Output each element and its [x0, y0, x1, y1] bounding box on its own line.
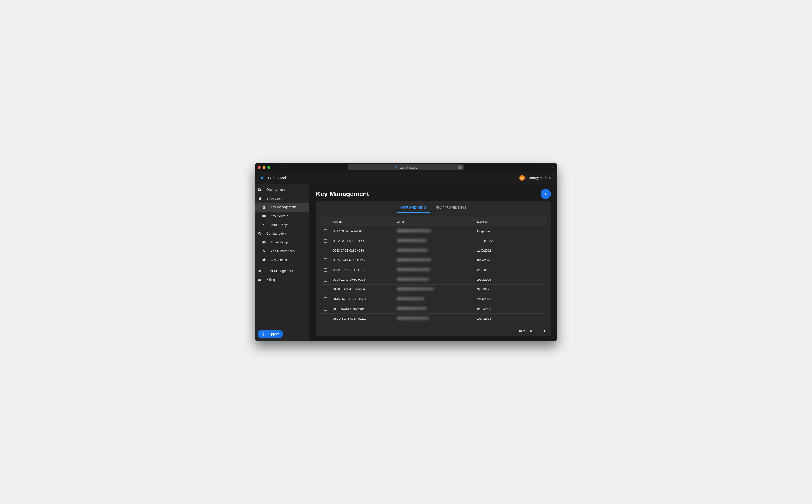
cell-key-id: 0022 B681 59C9 7666	[332, 239, 397, 243]
cell-expires: 11/24/2022	[477, 239, 546, 243]
window-zoom-button[interactable]	[267, 166, 270, 169]
cell-expires: 11/6/2022	[477, 249, 546, 252]
table-row[interactable]: 01B2 8C9B 6295 66866/29/2022	[320, 304, 546, 314]
user-name-label: Canary Mail	[528, 176, 546, 180]
avatar-initial: C	[521, 176, 523, 179]
row-checkbox[interactable]	[324, 317, 327, 320]
url-bar[interactable]: canarymail.io •••	[348, 164, 464, 170]
sidebar-item-organization[interactable]: Organization	[255, 185, 309, 194]
sidebar-item-configuration[interactable]: Configuration	[255, 229, 309, 238]
svg-rect-2	[258, 188, 260, 191]
sidebar-item-key-servers[interactable]: Key Servers	[255, 212, 309, 220]
svg-rect-6	[259, 189, 259, 190]
app-header: Canary Mail C Canary Mail	[255, 172, 557, 184]
cell-expires: 1/14/2024	[477, 317, 546, 320]
sidebar-item-label: Billing	[266, 278, 275, 282]
next-page-button[interactable]	[543, 329, 546, 333]
brand: Canary Mail	[260, 175, 287, 180]
svg-point-11	[263, 215, 264, 216]
sidebar-item-master-keys[interactable]: Master Keys	[255, 220, 309, 229]
cell-key-id: 0033 5A6B 9189 4686	[332, 249, 397, 252]
col-expires: Expires	[477, 220, 546, 223]
table-row[interactable]: 0145 D4F8 DB86 0A7C2/11/2023	[320, 294, 546, 304]
reader-icon[interactable]: •••	[458, 166, 462, 169]
chevron-down-icon[interactable]: ⌄	[281, 166, 283, 169]
redacted-email	[397, 317, 429, 320]
table-row[interactable]: 0055 67A9 AE36 D3258/12/2021	[320, 255, 546, 265]
table-row[interactable]: 0022 B681 59C9 766611/24/2022	[320, 236, 546, 246]
row-checkbox[interactable]	[324, 307, 327, 311]
col-email: Email	[397, 220, 477, 223]
traffic-lights	[258, 166, 270, 169]
row-checkbox[interactable]	[324, 278, 327, 282]
lock-icon	[258, 197, 262, 200]
svg-rect-8	[259, 198, 261, 200]
keys-card: APPROVED KEYS UNAPPROVED KEYS Key ID Ema…	[316, 201, 551, 336]
row-checkbox[interactable]	[324, 288, 327, 291]
prev-page-button[interactable]	[537, 329, 539, 333]
sidebar-item-billing[interactable]: Billing	[255, 275, 309, 284]
row-checkbox[interactable]	[324, 239, 327, 243]
svg-rect-26	[258, 279, 262, 281]
table-row[interactable]: 0033 5A6B 9189 468611/6/2022	[320, 246, 546, 255]
table-row[interactable]: 01CD 58A4 A71F 6EE11/14/2024	[320, 314, 546, 323]
table-row[interactable]: 0082 2274 7D0E 41552/6/2023	[320, 265, 546, 275]
browser-chrome: ⌄ ‹ canarymail.io ••• +	[255, 163, 557, 172]
sidebar-item-key-management[interactable]: Key Management	[255, 203, 309, 212]
row-checkbox[interactable]	[324, 268, 327, 272]
sidebar-item-app-preferences[interactable]: App Preferences	[255, 247, 309, 255]
browser-toolbar-icons: ⌄ ‹	[274, 165, 288, 170]
cell-expires: 3/5/2022	[477, 288, 546, 291]
redacted-email	[397, 287, 434, 291]
svg-rect-0	[274, 166, 278, 169]
cell-key-id: 0145 D4F8 DB86 0A7C	[332, 297, 397, 301]
sidebar-item-api-access[interactable]: API Access	[255, 255, 309, 264]
cell-expires: Perpetual	[477, 229, 546, 233]
svg-point-13	[263, 224, 264, 225]
cell-expires: 8/12/2021	[477, 258, 546, 262]
redacted-email	[397, 239, 427, 242]
shield-check-icon	[262, 205, 266, 209]
pagination: 1-10 of 1042	[316, 327, 551, 336]
svg-rect-5	[260, 189, 260, 189]
sidebar-item-label: Email Setup	[271, 240, 288, 244]
mail-icon	[262, 240, 266, 244]
table-row[interactable]: 0129 FD21 44E6 0C0A3/5/2022	[320, 285, 546, 294]
svg-rect-4	[259, 189, 259, 189]
sidebar-item-encryption[interactable]: Encryption	[255, 194, 309, 203]
sidebar-item-email-setup[interactable]: Email Setup	[255, 238, 309, 247]
svg-rect-14	[264, 225, 266, 225]
window-close-button[interactable]	[258, 166, 261, 169]
support-button[interactable]: Support	[258, 330, 283, 338]
row-checkbox[interactable]	[324, 297, 327, 301]
user-menu[interactable]: C Canary Mail	[519, 175, 552, 181]
redacted-email	[397, 258, 431, 261]
tab-approved-keys[interactable]: APPROVED KEYS	[398, 205, 428, 213]
row-checkbox[interactable]	[324, 229, 327, 233]
extension-icon	[262, 258, 266, 262]
window-minimize-button[interactable]	[263, 166, 266, 169]
table-row[interactable]: 0017 CF04 74B4 06F6Perpetual	[320, 226, 546, 236]
add-key-button[interactable]: +	[540, 189, 551, 199]
cell-key-id: 01B2 8C9B 6295 6686	[332, 307, 397, 310]
new-tab-button[interactable]: +	[551, 165, 554, 170]
redacted-email	[397, 297, 424, 300]
select-all-checkbox[interactable]	[324, 220, 327, 223]
row-checkbox[interactable]	[324, 249, 327, 252]
tab-unapproved-keys[interactable]: UNAPPROVED KEYS	[434, 205, 468, 213]
cell-key-id: 0055 67A9 AE36 D325	[332, 258, 397, 262]
table-row[interactable]: 00D7 11A1 DF80 F0932/10/2024	[320, 275, 546, 285]
pagination-label: 1-10 of 1042	[516, 329, 533, 333]
cell-key-id: 0129 FD21 44E6 0C0A	[332, 288, 397, 291]
sidebar-item-user-management[interactable]: User Management	[255, 267, 309, 275]
gear-icon	[258, 231, 262, 236]
tab-label: APPROVED KEYS	[400, 206, 426, 209]
sidebar-item-label: Key Servers	[271, 214, 288, 218]
plus-icon: +	[544, 191, 547, 197]
cell-key-id: 00D7 11A1 DF80 F093	[332, 278, 397, 281]
back-icon[interactable]: ‹	[287, 165, 288, 170]
sidebar-toggle-icon[interactable]	[274, 166, 278, 169]
help-icon	[262, 332, 266, 336]
keys-table: Key ID Email Expires 0017 CF04 74B4 06F6…	[316, 213, 551, 327]
row-checkbox[interactable]	[324, 258, 327, 262]
